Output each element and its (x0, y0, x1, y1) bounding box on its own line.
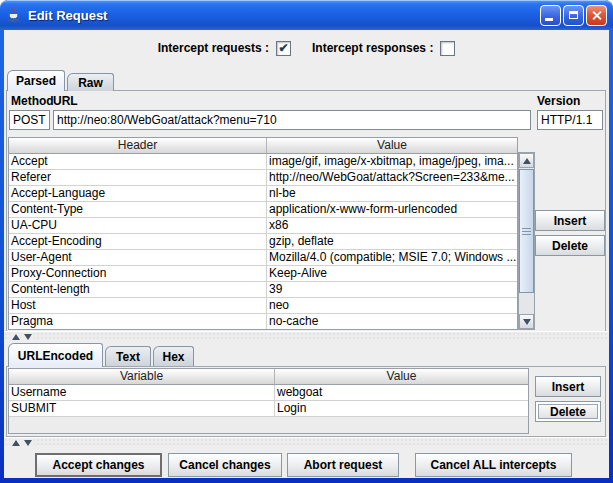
header-value-cell[interactable]: application/x-www-form-urlencoded (267, 202, 517, 217)
minimize-button[interactable] (540, 5, 561, 26)
header-value-cell[interactable]: image/gif, image/x-xbitmap, image/jpeg, … (267, 154, 517, 169)
headers-insert-button[interactable]: Insert (535, 210, 605, 231)
window-titlebar[interactable]: Edit Request (0, 0, 613, 30)
header-name-cell[interactable]: Accept-Encoding (9, 234, 267, 249)
header-row[interactable]: Referer http://neo/WebGoat/attack?Screen… (9, 170, 517, 186)
headers-table: Header Value Accept image/gif, image/x-x… (8, 137, 518, 330)
version-field[interactable] (537, 110, 603, 130)
header-name-cell[interactable]: Host (9, 298, 267, 313)
headers-table-header: Header Value (9, 138, 517, 154)
dialog-content: Intercept requests : ✔ Intercept respons… (4, 30, 609, 478)
header-name-cell[interactable]: Content-length (9, 282, 267, 297)
param-name-cell[interactable]: Username (9, 385, 275, 400)
header-value-cell[interactable]: gzip, deflate (267, 234, 517, 249)
divider-arrows (10, 333, 34, 340)
collapse-down-icon[interactable] (24, 334, 32, 340)
scroll-down-button[interactable] (519, 314, 534, 329)
header-row[interactable]: User-Agent Mozilla/4.0 (compatible; MSIE… (9, 250, 517, 266)
header-name-cell[interactable]: Accept (9, 154, 267, 169)
header-name-cell[interactable]: User-Agent (9, 250, 267, 265)
header-row[interactable]: UA-CPU x86 (9, 218, 517, 234)
scroll-up-button[interactable] (519, 153, 534, 168)
param-value-cell[interactable]: webgoat (275, 385, 528, 400)
method-field[interactable] (9, 110, 50, 130)
params-insert-button[interactable]: Insert (535, 376, 601, 397)
divider-arrows (10, 439, 34, 446)
window-title: Edit Request (28, 8, 540, 23)
header-value-cell[interactable]: 39 (267, 282, 517, 297)
header-row[interactable]: Accept-Language nl-be (9, 186, 517, 202)
edit-request-window: Edit Request Intercept requests : ✔ Inte… (0, 0, 613, 483)
header-name-cell[interactable]: Proxy-Connection (9, 266, 267, 281)
maximize-button[interactable] (563, 5, 584, 26)
intercept-responses-checkbox[interactable] (440, 41, 455, 56)
scroll-down-icon (523, 319, 531, 325)
variable-column-header: Variable (9, 369, 275, 384)
value-column-header: Value (267, 138, 517, 153)
header-value-cell[interactable]: Keep-Alive (267, 266, 517, 281)
scroll-up-icon (523, 158, 531, 164)
close-icon (591, 10, 602, 21)
params-table: Variable Value Username webgoat SUBMIT L… (8, 368, 529, 434)
header-value-cell[interactable]: http://neo/WebGoat/attack?Screen=233&me.… (267, 170, 517, 185)
scrollbar-grip-icon (522, 228, 531, 235)
cancel-all-intercepts-button[interactable]: Cancel ALL intercepts (415, 453, 572, 477)
header-value-cell[interactable]: no-cache (267, 314, 517, 329)
param-row[interactable]: Username webgoat (9, 385, 528, 401)
tab-text[interactable]: Text (105, 346, 151, 366)
collapse-up-icon[interactable] (12, 334, 20, 340)
value-column-header: Value (275, 369, 528, 384)
tab-hex[interactable]: Hex (153, 346, 194, 366)
param-row[interactable]: SUBMIT Login (9, 401, 528, 417)
header-row[interactable]: Accept-Encoding gzip, deflate (9, 234, 517, 250)
split-divider-bottom[interactable] (4, 437, 609, 446)
params-delete-button[interactable]: Delete (535, 401, 601, 422)
header-row[interactable]: Proxy-Connection Keep-Alive (9, 266, 517, 282)
header-value-cell[interactable]: neo (267, 298, 517, 313)
header-row[interactable]: Pragma no-cache (9, 314, 517, 330)
header-name-cell[interactable]: Content-Type (9, 202, 267, 217)
method-label: Method (11, 94, 54, 108)
headers-delete-button[interactable]: Delete (535, 235, 605, 256)
header-value-cell[interactable]: x86 (267, 218, 517, 233)
params-table-header: Variable Value (9, 369, 528, 385)
header-value-cell[interactable]: Mozilla/4.0 (compatible; MSIE 7.0; Windo… (267, 250, 517, 265)
tab-urlencoded[interactable]: URLEncoded (8, 343, 103, 367)
accept-changes-button[interactable]: Accept changes (35, 453, 162, 477)
header-name-cell[interactable]: Referer (9, 170, 267, 185)
param-name-cell[interactable]: SUBMIT (9, 401, 275, 416)
header-column-header: Header (9, 138, 267, 153)
collapse-up-icon[interactable] (12, 440, 20, 446)
param-value-cell[interactable]: Login (275, 401, 528, 416)
header-row[interactable]: Content-length 39 (9, 282, 517, 298)
header-row[interactable]: Accept image/gif, image/x-xbitmap, image… (9, 154, 517, 170)
minimize-icon (545, 18, 553, 21)
intercept-requests-label: Intercept requests : (158, 41, 269, 55)
version-label: Version (537, 94, 580, 108)
abort-request-button[interactable]: Abort request (287, 453, 399, 477)
cancel-changes-button[interactable]: Cancel changes (168, 453, 282, 477)
maximize-icon (569, 11, 578, 19)
intercept-requests-checkbox[interactable]: ✔ (276, 41, 291, 56)
header-name-cell[interactable]: Accept-Language (9, 186, 267, 201)
header-value-cell[interactable]: nl-be (267, 186, 517, 201)
header-row[interactable]: Content-Type application/x-www-form-urle… (9, 202, 517, 218)
intercept-responses-label: Intercept responses : (312, 41, 433, 55)
header-name-cell[interactable]: Pragma (9, 314, 267, 329)
headers-scrollbar[interactable] (518, 152, 535, 330)
url-field[interactable] (53, 110, 531, 130)
header-row[interactable]: Host neo (9, 298, 517, 314)
split-divider-top[interactable] (4, 331, 609, 340)
close-button[interactable] (586, 5, 607, 26)
java-cup-icon (6, 7, 22, 23)
header-name-cell[interactable]: UA-CPU (9, 218, 267, 233)
url-label: URL (53, 94, 78, 108)
tab-raw[interactable]: Raw (67, 73, 114, 91)
intercept-options-row: Intercept requests : ✔ Intercept respons… (4, 39, 609, 57)
scrollbar-thumb[interactable] (519, 169, 534, 293)
tab-parsed[interactable]: Parsed (7, 70, 65, 91)
collapse-down-icon[interactable] (24, 440, 32, 446)
